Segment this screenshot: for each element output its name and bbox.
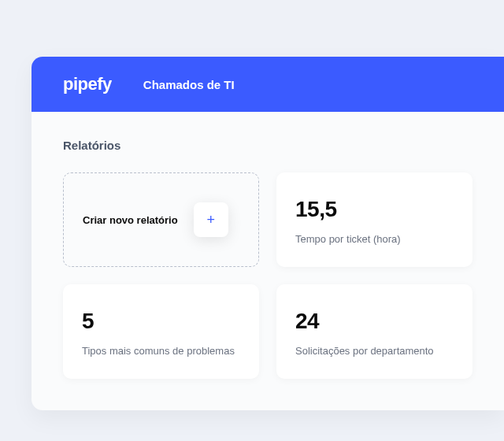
metric-card-dept-requests[interactable]: 24 Solicitações por departamento: [276, 284, 472, 379]
brand-logo: pipefy: [63, 74, 112, 94]
content-area: Relatórios Criar novo relatório + 15,5 T…: [32, 112, 504, 410]
add-button[interactable]: +: [194, 202, 228, 237]
page-title: Chamados de TI: [143, 78, 235, 91]
app-window: pipefy Chamados de TI Relatórios Criar n…: [32, 57, 504, 410]
metric-value: 24: [295, 309, 454, 334]
metric-value: 15,5: [295, 197, 454, 222]
create-report-card[interactable]: Criar novo relatório +: [63, 172, 259, 267]
plus-icon: +: [206, 212, 215, 228]
section-title: Relatórios: [63, 139, 472, 152]
metric-value: 5: [82, 309, 240, 334]
app-header: pipefy Chamados de TI: [32, 57, 504, 112]
metric-card-problem-types[interactable]: 5 Tipos mais comuns de problemas: [63, 284, 259, 379]
metric-label: Solicitações por departamento: [295, 345, 454, 357]
metric-card-time-per-ticket[interactable]: 15,5 Tempo por ticket (hora): [276, 172, 472, 267]
metric-label: Tipos mais comuns de problemas: [82, 345, 240, 357]
metric-label: Tempo por ticket (hora): [295, 233, 454, 245]
create-report-label: Criar novo relatório: [83, 214, 178, 226]
report-grid: Criar novo relatório + 15,5 Tempo por ti…: [63, 172, 472, 379]
